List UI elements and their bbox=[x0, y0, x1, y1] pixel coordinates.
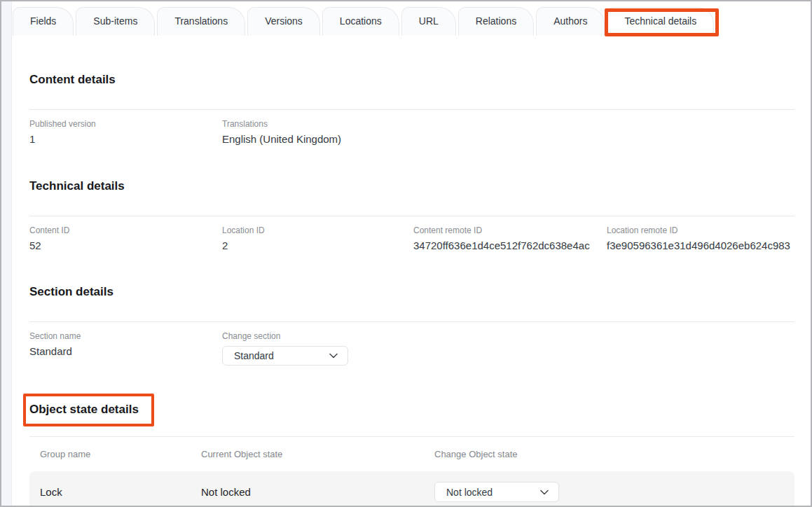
field-location-remote-id: Location remote ID f3e90596361e31d496d40… bbox=[607, 225, 794, 252]
tab-fields[interactable]: Fields bbox=[13, 7, 74, 36]
tab-relations[interactable]: Relations bbox=[458, 7, 534, 36]
field-value: 34720ff636e1d4ce512f762dc638e4ac bbox=[413, 239, 607, 252]
column-header-current-object-state: Current Object state bbox=[201, 449, 434, 459]
field-change-section: Change section Standard bbox=[222, 331, 413, 366]
content-details-fields: Published version 1 Translations English… bbox=[29, 110, 794, 146]
tab-content-panel: Content details Published version 1 Tran… bbox=[13, 36, 809, 506]
object-state-table-header: Group name Current Object state Change O… bbox=[29, 437, 794, 459]
cell-group-name: Lock bbox=[40, 486, 201, 498]
tab-label: Authors bbox=[553, 15, 587, 27]
tab-technical-details[interactable]: Technical details bbox=[607, 7, 714, 36]
tab-label: URL bbox=[419, 15, 439, 27]
tab-translations[interactable]: Translations bbox=[157, 7, 245, 36]
field-label: Translations bbox=[222, 119, 413, 130]
field-label: Content ID bbox=[29, 225, 222, 236]
tab-sub-items[interactable]: Sub-items bbox=[76, 7, 155, 36]
selected-option-label: Not locked bbox=[446, 487, 493, 498]
field-value: f3e90596361e31d496d4026eb624c983 bbox=[607, 239, 794, 252]
change-section-select[interactable]: Standard bbox=[222, 346, 348, 366]
field-label: Change section bbox=[222, 331, 413, 342]
column-header-change-object-state: Change Object state bbox=[434, 449, 794, 459]
field-label: Location remote ID bbox=[607, 225, 794, 236]
tab-label: Relations bbox=[476, 15, 516, 27]
object-state-heading-wrap: Object state details bbox=[29, 394, 794, 426]
column-header-group-name: Group name bbox=[40, 449, 201, 459]
tab-locations[interactable]: Locations bbox=[322, 7, 399, 36]
change-object-state-select[interactable]: Not locked bbox=[434, 482, 559, 502]
field-value: Standard bbox=[29, 345, 222, 358]
chevron-down-icon bbox=[328, 350, 339, 361]
section-details-heading: Section details bbox=[29, 284, 794, 300]
chevron-down-icon bbox=[539, 487, 550, 498]
field-value: 2 bbox=[222, 239, 413, 252]
field-location-id: Location ID 2 bbox=[222, 225, 413, 252]
tab-label: Translations bbox=[174, 15, 228, 27]
content-tab-bar: Fields Sub-items Translations Versions L… bbox=[13, 1, 811, 36]
field-value: 52 bbox=[29, 239, 222, 252]
page-left-gutter bbox=[1, 1, 12, 506]
cell-current-object-state: Not locked bbox=[201, 486, 434, 498]
tab-label: Locations bbox=[340, 15, 382, 27]
field-value: English (United Kingdom) bbox=[222, 132, 413, 146]
field-content-id: Content ID 52 bbox=[29, 225, 222, 252]
tab-label: Versions bbox=[265, 15, 303, 27]
tab-authors[interactable]: Authors bbox=[536, 7, 605, 36]
technical-details-heading: Technical details bbox=[29, 179, 794, 194]
section-details-fields: Section name Standard Change section Sta… bbox=[29, 322, 794, 366]
table-row: Lock Not locked Not locked bbox=[29, 471, 794, 507]
field-translations: Translations English (United Kingdom) bbox=[222, 119, 413, 146]
field-label: Location ID bbox=[222, 225, 413, 236]
tab-url[interactable]: URL bbox=[401, 7, 456, 36]
field-content-remote-id: Content remote ID 34720ff636e1d4ce512f76… bbox=[413, 225, 607, 252]
selected-option-label: Standard bbox=[234, 350, 274, 361]
field-value: 1 bbox=[29, 132, 222, 146]
technical-details-fields: Content ID 52 Location ID 2 Content remo… bbox=[29, 216, 794, 252]
content-details-heading: Content details bbox=[29, 72, 794, 88]
field-section-name: Section name Standard bbox=[29, 331, 222, 366]
cell-change-object-state: Not locked bbox=[434, 482, 794, 502]
tab-versions[interactable]: Versions bbox=[247, 7, 320, 36]
tab-label: Sub-items bbox=[93, 15, 137, 27]
tab-label: Technical details bbox=[624, 15, 696, 27]
field-label: Section name bbox=[29, 331, 222, 342]
tab-label: Fields bbox=[30, 15, 56, 27]
field-published-version: Published version 1 bbox=[29, 119, 222, 146]
field-label: Published version bbox=[29, 119, 222, 130]
technical-details-page: Fields Sub-items Translations Versions L… bbox=[0, 0, 812, 507]
field-label: Content remote ID bbox=[413, 225, 607, 236]
object-state-details-heading: Object state details bbox=[29, 402, 139, 417]
highlight-annotation: Object state details bbox=[23, 394, 154, 426]
